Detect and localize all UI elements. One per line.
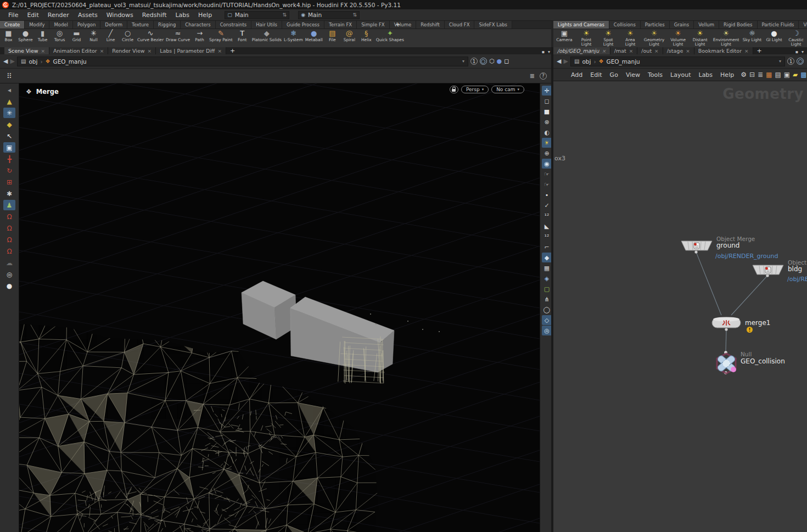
projection-button[interactable]: Persp▾ [461,86,489,93]
tab-scene-view[interactable]: Scene View× [4,47,49,54]
spiral-icon[interactable]: @ Spiral [341,29,358,47]
shelf-tab[interactable]: Redshift [416,21,445,29]
display-materials-icon[interactable]: ◉ [542,159,552,169]
layout-windows-icon[interactable]: ▣ [784,71,790,79]
hand-drag-icon[interactable]: ☞ [542,169,552,179]
color-palette-icon[interactable]: ▦ [766,71,772,79]
close-icon[interactable]: × [100,48,104,54]
stow-bar-icon[interactable]: ≣ [530,72,535,80]
hand-point-icon[interactable]: ☞ [542,180,552,189]
shaded-display-icon[interactable]: ◆ [542,253,552,262]
tool-palette-grid-icon[interactable]: ⠿ [0,72,12,80]
tab-render-view[interactable]: Render View× [108,47,156,54]
tab-bookmark-editor[interactable]: Bookmark Editor× [694,47,753,54]
pose-tool-icon[interactable]: ✱ [3,188,15,199]
menubar-item[interactable]: Redshift [138,10,171,20]
shelf-tab[interactable]: Particles [641,21,670,29]
image-add-icon[interactable]: ▩ [800,71,806,79]
shelf-tab[interactable]: Model [49,21,73,29]
prim-normals-icon[interactable]: ◣ [542,221,552,231]
follow-focus-icon[interactable] [480,58,487,65]
circle-display-icon[interactable]: ◯ [542,305,552,315]
breadcrumb-root[interactable]: obj [29,58,37,65]
node-name-label[interactable]: merge1 [745,319,770,327]
network-editor[interactable]: Geometry ox3 Object Merge ground [553,81,807,532]
menubar-item[interactable]: Windows [103,10,137,20]
network-menu-item[interactable]: Help [717,70,737,80]
high-quality-lighting-icon[interactable]: ☀ [542,138,552,148]
file-icon[interactable]: ▤ File [324,29,341,47]
torus-icon[interactable]: ◎ Torus [51,29,68,47]
path-icon[interactable]: → Path [191,29,208,47]
sphere-icon[interactable]: ● Sphere [17,29,34,47]
create-primitive-icon[interactable]: ▲ [3,96,15,107]
node-name-label[interactable]: ground [716,242,739,249]
camera-icon[interactable]: ▣ Camera [553,29,575,47]
spinner-icon[interactable]: ⇅ [353,12,357,18]
translate-tool-icon[interactable]: ╋ [3,154,15,164]
tube-icon[interactable]: ▮ Tube [34,29,51,47]
breadcrumb-root[interactable]: obj [582,58,591,65]
close-icon[interactable]: × [654,48,659,54]
nav-forward-icon[interactable]: ▶ [10,58,14,65]
null-icon[interactable]: ✳ Null [85,29,102,47]
menubar-item[interactable]: Labs [171,10,193,20]
shelf-tab[interactable]: Hair Utils [251,21,282,29]
spot-light-icon[interactable]: ☀ Spot Light [597,29,619,47]
area-light-icon[interactable]: ☀ Area Light [619,29,641,47]
node-name-label[interactable]: bldg [788,265,802,273]
snap-multi-icon[interactable]: Ω [3,246,15,256]
shelf-tab[interactable]: Particle Fluids [758,21,799,29]
shelf-tab[interactable]: Viscous Fluids [799,21,807,29]
nav-forward-icon[interactable]: ▶ [563,58,568,65]
follow-focus-icon[interactable] [797,58,804,65]
display-handles-icon[interactable]: ⌐ [542,242,552,252]
desktop-selector[interactable]: ▢ Main ⇅ [225,11,289,19]
lock-camera-icon[interactable]: ■ [542,107,552,116]
node-name-label[interactable]: GEO_collision [741,357,785,365]
shelf-tab[interactable]: Texture [127,21,154,29]
point-light-icon[interactable]: ☀ Point Light [575,29,597,47]
secure-selection-icon[interactable]: ▣ [3,142,15,153]
network-menu-item[interactable]: Edit [587,70,605,80]
viewer-link-badge[interactable]: 1 [787,58,794,65]
network-menu-item[interactable]: Tools [645,70,666,80]
uv-overlay-icon[interactable]: ▢ [542,284,552,294]
shading-mode-icon[interactable]: ⬡ [489,58,495,65]
shelf-tab[interactable]: Cloud FX [445,21,475,29]
disable-lighting-icon[interactable]: ⊗ [542,117,552,127]
view-tool-icon[interactable]: ● [3,281,15,291]
close-icon[interactable]: × [686,48,690,54]
help-icon[interactable]: ? [540,72,547,80]
shelf-tab[interactable]: Lights and Cameras [553,21,609,29]
path-dropdown-icon[interactable]: ▾ [779,59,781,64]
snap-grid-icon[interactable]: Ω [3,211,15,222]
network-menu-item[interactable]: View [623,70,643,80]
axis-icon[interactable]: ⋔ [542,294,552,304]
shelf-tab[interactable]: Grains [670,21,694,29]
menubar-item[interactable]: Edit [23,10,42,20]
pane-menu-icon[interactable]: ▾ [548,49,550,54]
tab-mat[interactable]: /mat× [610,47,638,54]
camera-select-button[interactable]: No cam▾ [491,86,524,93]
path-field[interactable]: ▤ obj › ❖ GEO_manju ▾ [570,57,785,66]
line-icon[interactable]: ╱ Line [102,29,119,47]
caustic-light-icon[interactable]: ☽ Caustic Light [785,29,807,47]
shelf-tab[interactable]: SideFX Labs [474,21,512,29]
circle-icon[interactable]: ○ Circle [119,29,136,47]
shelf-tab[interactable]: Characters [181,21,215,29]
headlight-icon[interactable]: ◐ [542,127,552,137]
tools-wrench-icon[interactable]: ⚙ [741,71,747,79]
breadcrumb-node[interactable]: GEO_manju [607,58,640,65]
pane-menu-icon[interactable]: ▾ [802,49,804,54]
shelf-tab[interactable]: Collisions [609,21,641,29]
shelf-tab[interactable]: Constraints [216,21,252,29]
network-menu-item[interactable]: Go [607,70,621,80]
transparency-icon[interactable]: ▦ [542,263,552,273]
l-system-icon[interactable]: ❄ L-System [283,29,304,47]
show-handles-icon[interactable]: ✛ [542,86,552,96]
spray-paint-icon[interactable]: ✎ Spray Paint [208,29,234,47]
network-menu-item[interactable]: Add [568,70,586,80]
platonic-solids-icon[interactable]: ◆ Platonic Solids [251,29,283,47]
curve-bezier-icon[interactable]: ∿ Curve Bezier [136,29,165,47]
